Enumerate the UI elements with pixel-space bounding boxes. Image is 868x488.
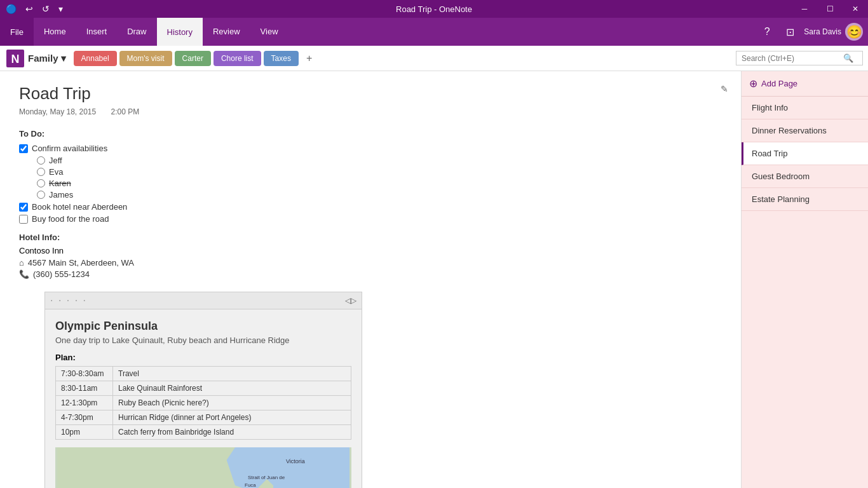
search-input[interactable] [742,54,843,63]
tab-taxes[interactable]: Taxes [264,51,299,66]
todo-item-hotel: Book hotel near Aberdeen [19,202,722,212]
table-row: 4-7:30pm Hurrican Ridge (dinner at Port … [56,410,351,425]
radio-input-eva[interactable] [37,168,45,176]
activity-cell: Hurrican Ridge (dinner at Port Angeles) [113,410,351,425]
right-sidebar: ⊕ Add Page Flight Info Dinner Reservatio… [741,71,868,488]
map-body: Olympic Peninsula One day trip to Lake Q… [45,309,362,488]
map-container: · · · · · ◁▷ Olympic Peninsula One day t… [44,292,362,488]
restore-button[interactable]: ☐ [817,0,843,18]
search-box[interactable]: 🔍 [736,51,863,65]
radio-input-jeff[interactable] [37,156,45,165]
app-title: Road Trip - OneNote [396,4,472,14]
page-item-roadtrip[interactable]: Road Trip [742,142,868,165]
ribbon: File Home Insert Draw History Review Vie… [0,18,868,46]
user-name: Sara Davis [804,27,841,36]
todo-item-confirm: Confirm availabilities [19,144,722,153]
time-cell: 12-1:30pm [56,396,113,410]
tab-carter[interactable]: Carter [175,51,211,66]
map-header: · · · · · ◁▷ [45,292,362,309]
todo-food-text: Buy food for the road [32,214,109,224]
hotel-name: Contoso Inn [19,246,722,255]
tab-history[interactable]: History [157,18,203,46]
phone-icon: 📞 [19,269,29,279]
activity-cell: Lake Quinault Rainforest [113,381,351,396]
note-meta: Monday, May 18, 2015 2:00 PM [19,107,722,116]
note-title: Road Trip [19,84,722,104]
activity-cell: Ruby Beach (Picnic here?) [113,396,351,410]
user-info[interactable]: Sara Davis 😊 [804,23,863,41]
notebook-logo: N [5,48,25,69]
hotel-address: ⌂ 4567 Main St, Aberdeen, WA [19,258,722,268]
notebook-name[interactable]: Family ▾ [28,53,66,64]
address-icon: ⌂ [19,258,24,268]
time-cell: 4-7:30pm [56,410,113,425]
svg-marker-7 [57,447,248,488]
radio-input-james[interactable] [37,191,45,199]
map-subtitle: One day trip to Lake Quinault, Ruby beac… [55,336,351,345]
tab-review[interactable]: Review [203,18,250,46]
radio-label-james: James [49,190,73,200]
title-bar-left: 🔵 ↩ ↺ ▾ [0,0,66,18]
radio-eva: Eva [37,167,722,177]
todo-hotel-text: Book hotel near Aberdeen [32,202,127,212]
activity-cell: Catch ferry from Bainbridge Island [113,425,351,440]
window-controls: ─ ☐ ✕ [792,0,868,18]
checkbox-food[interactable] [19,215,28,224]
checkbox-confirm[interactable] [19,144,28,153]
add-page-button[interactable]: ⊕ Add Page [742,71,868,97]
map-svg: ✕ [55,447,351,488]
tab-moms-visit[interactable]: Mom's visit [119,51,172,66]
radio-label-eva: Eva [49,167,63,177]
minimize-button[interactable]: ─ [792,0,817,18]
help-icon[interactable]: ? [758,23,776,41]
time-cell: 7:30-8:30am [56,367,113,381]
tab-chore-list[interactable]: Chore list [214,51,261,66]
page-item-dinner[interactable]: Dinner Reservations [742,119,868,142]
content-area: ✎ Road Trip Monday, May 18, 2015 2:00 PM… [0,71,741,488]
plan-label: Plan: [55,353,351,362]
add-tab-button[interactable]: + [301,50,317,67]
todo-label: To Do: [19,129,722,139]
search-icon[interactable]: 🔍 [843,53,853,63]
close-button[interactable]: ✕ [843,0,868,18]
checkbox-hotel[interactable] [19,203,28,212]
tab-insert[interactable]: Insert [76,18,118,46]
add-page-label: Add Page [761,79,797,88]
map-image: ✕ [55,447,351,488]
title-bar: 🔵 ↩ ↺ ▾ Road Trip - OneNote ─ ☐ ✕ [0,0,868,18]
table-row: 8:30-11am Lake Quinault Rainforest [56,381,351,396]
notebook-dropdown-icon: ▾ [61,53,66,64]
time-cell: 8:30-11am [56,381,113,396]
radio-label-jeff: Jeff [49,156,62,165]
undo-button[interactable]: ↺ [39,3,53,15]
tab-home[interactable]: Home [34,18,76,46]
onenote-icon: 🔵 [3,3,20,15]
page-item-guest[interactable]: Guest Bedroom [742,165,868,188]
note-date: Monday, May 18, 2015 [19,107,96,116]
back-button[interactable]: ↩ [22,3,36,15]
tab-draw[interactable]: Draw [117,18,156,46]
restore-window-icon[interactable]: ⊡ [781,23,799,41]
edit-icon[interactable]: ✎ [721,84,728,94]
time-cell: 10pm [56,425,113,440]
table-row: 12-1:30pm Ruby Beach (Picnic here?) [56,396,351,410]
tab-view[interactable]: View [250,18,288,46]
map-title: Olympic Peninsula [55,320,351,333]
ribbon-right: ? ⊡ Sara Davis 😊 [758,18,868,46]
svg-text:Victoria: Victoria [286,458,305,464]
svg-text:N: N [11,53,20,65]
user-emoji: 😊 [846,24,862,39]
tab-file[interactable]: File [0,18,34,46]
sub-list: Jeff Eva Karen James [37,156,722,200]
drag-handle[interactable]: · · · · · [50,295,87,306]
customize-qat[interactable]: ▾ [55,3,66,15]
page-item-flight[interactable]: Flight Info [742,97,868,119]
add-page-icon: ⊕ [749,78,757,90]
table-row: 7:30-8:30am Travel [56,367,351,381]
radio-label-karen: Karen [49,179,71,188]
radio-input-karen[interactable] [37,179,45,187]
tab-annabel[interactable]: Annabel [74,51,117,66]
expand-icon[interactable]: ◁▷ [345,296,356,305]
page-item-estate[interactable]: Estate Planning [742,188,868,211]
table-row: 10pm Catch ferry from Bainbridge Island [56,425,351,440]
